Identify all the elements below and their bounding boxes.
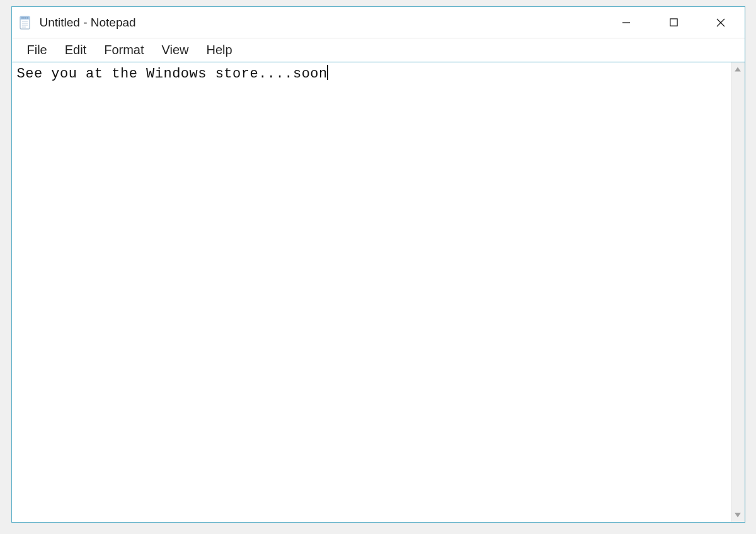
scroll-down-icon[interactable] xyxy=(731,508,745,522)
svg-marker-14 xyxy=(735,67,741,71)
window-controls xyxy=(603,7,745,38)
menu-edit[interactable]: Edit xyxy=(56,40,95,60)
menu-format[interactable]: Format xyxy=(95,40,152,60)
notepad-window: Untitled - Notepad File Edit Format View… xyxy=(11,6,745,523)
editor-area: See you at the Windows store....soon xyxy=(12,62,745,522)
menu-file[interactable]: File xyxy=(18,40,56,60)
menu-view[interactable]: View xyxy=(153,40,198,60)
menu-help[interactable]: Help xyxy=(198,40,241,60)
svg-point-2 xyxy=(21,17,23,18)
svg-rect-11 xyxy=(670,19,677,26)
menubar: File Edit Format View Help xyxy=(12,38,745,62)
minimize-button[interactable] xyxy=(603,7,650,38)
maximize-button[interactable] xyxy=(650,7,697,38)
window-title: Untitled - Notepad xyxy=(40,16,603,30)
editor-content: See you at the Windows store....soon xyxy=(17,66,328,82)
svg-point-5 xyxy=(27,17,28,18)
vertical-scrollbar[interactable] xyxy=(731,62,745,522)
scroll-up-icon[interactable] xyxy=(731,62,745,76)
notepad-icon xyxy=(18,15,33,30)
svg-marker-15 xyxy=(735,513,741,517)
svg-point-4 xyxy=(25,17,26,18)
titlebar[interactable]: Untitled - Notepad xyxy=(12,7,745,38)
text-caret xyxy=(327,65,328,80)
svg-point-3 xyxy=(23,17,25,18)
close-button[interactable] xyxy=(697,7,745,38)
text-editor[interactable]: See you at the Windows store....soon xyxy=(12,62,731,522)
